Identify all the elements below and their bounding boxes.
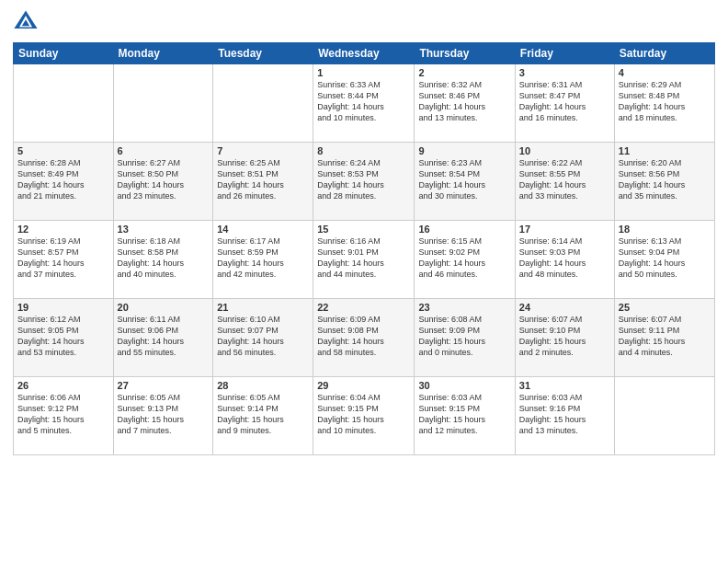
day-number: 15 <box>317 224 410 235</box>
day-number: 17 <box>519 224 610 235</box>
day-number: 18 <box>619 224 711 235</box>
cell-content: Sunrise: 6:08 AM Sunset: 9:09 PM Dayligh… <box>418 314 510 359</box>
cell-content: Sunrise: 6:28 AM Sunset: 8:49 PM Dayligh… <box>17 157 109 202</box>
day-number: 29 <box>317 380 410 391</box>
day-number: 10 <box>519 145 610 156</box>
cell-content: Sunrise: 6:23 AM Sunset: 8:54 PM Dayligh… <box>418 157 510 202</box>
cell-content: Sunrise: 6:10 AM Sunset: 9:07 PM Dayligh… <box>217 314 309 359</box>
day-number: 19 <box>17 302 109 313</box>
calendar-header-wednesday: Wednesday <box>313 43 415 64</box>
calendar-header-saturday: Saturday <box>614 43 714 64</box>
day-number: 14 <box>217 224 309 235</box>
day-number: 27 <box>118 380 210 391</box>
day-number: 20 <box>118 302 210 313</box>
day-number: 3 <box>519 67 610 78</box>
calendar-week-row: 19Sunrise: 6:12 AM Sunset: 9:05 PM Dayli… <box>14 299 715 377</box>
calendar-cell: 5Sunrise: 6:28 AM Sunset: 8:49 PM Daylig… <box>14 143 114 221</box>
day-number: 22 <box>317 302 410 313</box>
day-number: 6 <box>118 145 210 156</box>
calendar-cell: 6Sunrise: 6:27 AM Sunset: 8:50 PM Daylig… <box>113 143 213 221</box>
calendar-cell: 1Sunrise: 6:33 AM Sunset: 8:44 PM Daylig… <box>313 64 415 143</box>
day-number: 4 <box>619 67 711 78</box>
calendar-cell: 21Sunrise: 6:10 AM Sunset: 9:07 PM Dayli… <box>213 299 313 377</box>
day-number: 28 <box>217 380 309 391</box>
calendar-cell: 9Sunrise: 6:23 AM Sunset: 8:54 PM Daylig… <box>415 143 515 221</box>
calendar-cell: 14Sunrise: 6:17 AM Sunset: 8:59 PM Dayli… <box>213 221 313 299</box>
calendar-cell: 24Sunrise: 6:07 AM Sunset: 9:10 PM Dayli… <box>515 299 614 377</box>
day-number: 24 <box>519 302 610 313</box>
cell-content: Sunrise: 6:06 AM Sunset: 9:12 PM Dayligh… <box>17 392 109 437</box>
cell-content: Sunrise: 6:27 AM Sunset: 8:50 PM Dayligh… <box>118 157 210 202</box>
calendar-header-monday: Monday <box>113 43 213 64</box>
day-number: 2 <box>418 67 510 78</box>
calendar-header-sunday: Sunday <box>14 43 114 64</box>
calendar-cell: 28Sunrise: 6:05 AM Sunset: 9:14 PM Dayli… <box>213 377 313 455</box>
day-number: 9 <box>418 145 510 156</box>
cell-content: Sunrise: 6:33 AM Sunset: 8:44 PM Dayligh… <box>317 79 410 124</box>
cell-content: Sunrise: 6:24 AM Sunset: 8:53 PM Dayligh… <box>317 157 410 202</box>
calendar-cell: 8Sunrise: 6:24 AM Sunset: 8:53 PM Daylig… <box>313 143 415 221</box>
day-number: 16 <box>418 224 510 235</box>
calendar-cell: 16Sunrise: 6:15 AM Sunset: 9:02 PM Dayli… <box>415 221 515 299</box>
calendar-cell: 25Sunrise: 6:07 AM Sunset: 9:11 PM Dayli… <box>614 299 714 377</box>
cell-content: Sunrise: 6:03 AM Sunset: 9:15 PM Dayligh… <box>418 392 510 437</box>
calendar-cell: 7Sunrise: 6:25 AM Sunset: 8:51 PM Daylig… <box>213 143 313 221</box>
calendar-week-row: 1Sunrise: 6:33 AM Sunset: 8:44 PM Daylig… <box>14 64 715 143</box>
logo-icon <box>13 9 39 35</box>
day-number: 7 <box>217 145 309 156</box>
day-number: 30 <box>418 380 510 391</box>
calendar-header-friday: Friday <box>515 43 614 64</box>
calendar-cell: 4Sunrise: 6:29 AM Sunset: 8:48 PM Daylig… <box>614 64 714 143</box>
calendar-header-tuesday: Tuesday <box>213 43 313 64</box>
cell-content: Sunrise: 6:04 AM Sunset: 9:15 PM Dayligh… <box>317 392 410 437</box>
cell-content: Sunrise: 6:17 AM Sunset: 8:59 PM Dayligh… <box>217 236 309 281</box>
cell-content: Sunrise: 6:07 AM Sunset: 9:10 PM Dayligh… <box>519 314 610 359</box>
day-number: 11 <box>619 145 711 156</box>
day-number: 23 <box>418 302 510 313</box>
calendar-cell: 22Sunrise: 6:09 AM Sunset: 9:08 PM Dayli… <box>313 299 415 377</box>
calendar-cell: 12Sunrise: 6:19 AM Sunset: 8:57 PM Dayli… <box>14 221 114 299</box>
calendar-week-row: 26Sunrise: 6:06 AM Sunset: 9:12 PM Dayli… <box>14 377 715 455</box>
cell-content: Sunrise: 6:05 AM Sunset: 9:13 PM Dayligh… <box>118 392 210 437</box>
cell-content: Sunrise: 6:32 AM Sunset: 8:46 PM Dayligh… <box>418 79 510 124</box>
calendar-cell: 31Sunrise: 6:03 AM Sunset: 9:16 PM Dayli… <box>515 377 614 455</box>
cell-content: Sunrise: 6:09 AM Sunset: 9:08 PM Dayligh… <box>317 314 410 359</box>
cell-content: Sunrise: 6:20 AM Sunset: 8:56 PM Dayligh… <box>619 157 711 202</box>
cell-content: Sunrise: 6:14 AM Sunset: 9:03 PM Dayligh… <box>519 236 610 281</box>
calendar-cell: 17Sunrise: 6:14 AM Sunset: 9:03 PM Dayli… <box>515 221 614 299</box>
day-number: 26 <box>17 380 109 391</box>
calendar-header-row: SundayMondayTuesdayWednesdayThursdayFrid… <box>14 43 715 64</box>
calendar-cell: 18Sunrise: 6:13 AM Sunset: 9:04 PM Dayli… <box>614 221 714 299</box>
calendar-cell: 23Sunrise: 6:08 AM Sunset: 9:09 PM Dayli… <box>415 299 515 377</box>
cell-content: Sunrise: 6:13 AM Sunset: 9:04 PM Dayligh… <box>619 236 711 281</box>
cell-content: Sunrise: 6:25 AM Sunset: 8:51 PM Dayligh… <box>217 157 309 202</box>
calendar-cell <box>213 64 313 143</box>
calendar-cell: 29Sunrise: 6:04 AM Sunset: 9:15 PM Dayli… <box>313 377 415 455</box>
cell-content: Sunrise: 6:12 AM Sunset: 9:05 PM Dayligh… <box>17 314 109 359</box>
cell-content: Sunrise: 6:07 AM Sunset: 9:11 PM Dayligh… <box>619 314 711 359</box>
calendar-table: SundayMondayTuesdayWednesdayThursdayFrid… <box>13 42 715 455</box>
calendar-cell <box>113 64 213 143</box>
page: SundayMondayTuesdayWednesdayThursdayFrid… <box>0 0 728 563</box>
day-number: 5 <box>17 145 109 156</box>
day-number: 25 <box>619 302 711 313</box>
cell-content: Sunrise: 6:11 AM Sunset: 9:06 PM Dayligh… <box>118 314 210 359</box>
calendar-cell: 19Sunrise: 6:12 AM Sunset: 9:05 PM Dayli… <box>14 299 114 377</box>
calendar-cell: 26Sunrise: 6:06 AM Sunset: 9:12 PM Dayli… <box>14 377 114 455</box>
calendar-cell <box>614 377 714 455</box>
day-number: 12 <box>17 224 109 235</box>
calendar-cell: 3Sunrise: 6:31 AM Sunset: 8:47 PM Daylig… <box>515 64 614 143</box>
calendar-week-row: 12Sunrise: 6:19 AM Sunset: 8:57 PM Dayli… <box>14 221 715 299</box>
cell-content: Sunrise: 6:31 AM Sunset: 8:47 PM Dayligh… <box>519 79 610 124</box>
cell-content: Sunrise: 6:05 AM Sunset: 9:14 PM Dayligh… <box>217 392 309 437</box>
calendar-cell <box>14 64 114 143</box>
calendar-week-row: 5Sunrise: 6:28 AM Sunset: 8:49 PM Daylig… <box>14 143 715 221</box>
calendar-cell: 20Sunrise: 6:11 AM Sunset: 9:06 PM Dayli… <box>113 299 213 377</box>
cell-content: Sunrise: 6:29 AM Sunset: 8:48 PM Dayligh… <box>619 79 711 124</box>
day-number: 21 <box>217 302 309 313</box>
calendar-cell: 30Sunrise: 6:03 AM Sunset: 9:15 PM Dayli… <box>415 377 515 455</box>
cell-content: Sunrise: 6:19 AM Sunset: 8:57 PM Dayligh… <box>17 236 109 281</box>
cell-content: Sunrise: 6:03 AM Sunset: 9:16 PM Dayligh… <box>519 392 610 437</box>
cell-content: Sunrise: 6:16 AM Sunset: 9:01 PM Dayligh… <box>317 236 410 281</box>
calendar-cell: 10Sunrise: 6:22 AM Sunset: 8:55 PM Dayli… <box>515 143 614 221</box>
